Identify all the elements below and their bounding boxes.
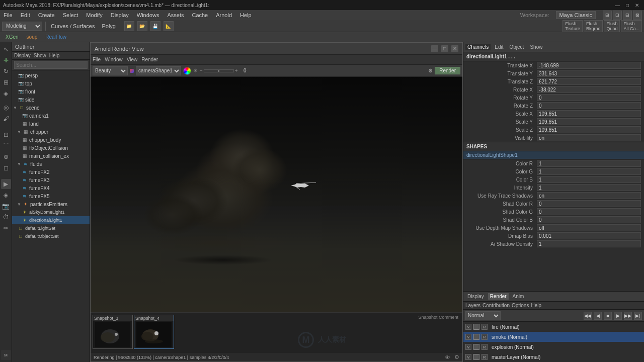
snapshot-3[interactable]: Snapshot_3 [93, 315, 133, 349]
outliner-item-defaultobjset[interactable]: □ defaultObjectSet [12, 232, 90, 240]
flush-texture-btn[interactable]: FlushTexture [562, 20, 583, 32]
attr-value-ry[interactable]: 0 [537, 94, 641, 101]
outliner-item-land[interactable]: ▦ land [12, 120, 90, 128]
attr-value-colb[interactable]: 1 [537, 176, 641, 183]
attr-value-raytrace[interactable]: on [537, 192, 641, 199]
tab-edit[interactable]: Edit [493, 44, 505, 50]
layer-fire-vis2[interactable]: R [481, 324, 488, 330]
menu-arnold[interactable]: Arnold [214, 12, 233, 18]
curves-surfaces-btn[interactable]: Curves / Surfaces [49, 23, 97, 29]
attr-row-sx[interactable]: Scale X 109.651 [463, 110, 644, 118]
layout-btn-1[interactable]: ⊞ [603, 11, 612, 20]
layout-btn-3[interactable]: ⊟ [623, 11, 632, 20]
attr-value-intensity[interactable]: 1 [537, 184, 641, 191]
attr-value-colr[interactable]: 1 [537, 160, 641, 167]
snapshot-4[interactable]: Snapshot_4 [134, 315, 174, 349]
color-wheel[interactable] [183, 67, 191, 75]
attr-row-colb[interactable]: Color B 1 [463, 175, 644, 184]
attr-value-rx[interactable]: -38.022 [537, 86, 641, 93]
eye-icon[interactable]: 👁 [445, 354, 450, 360]
outliner-item-dirlight[interactable]: ☀ directionalLight1 [12, 216, 90, 224]
arv-minimize-btn[interactable]: — [431, 45, 438, 52]
mode-dropdown[interactable]: Modeling [2, 22, 42, 31]
attr-row-sz[interactable]: Scale Z 109.651 [463, 126, 644, 134]
menu-modify[interactable]: Modify [85, 12, 104, 18]
outliner-item-fumefx5[interactable]: ≋ fumeFX5 [12, 192, 90, 200]
render-layer-btn-3[interactable]: ■ [604, 312, 612, 320]
layout-btn-2[interactable]: ⊡ [613, 11, 622, 20]
render-icon-btn[interactable]: ▶ [1, 179, 11, 189]
outliner-item-top[interactable]: 📷 top [12, 79, 90, 87]
outliner-item-chopper-body[interactable]: ▦ chopper_body [12, 136, 90, 144]
layer-smoke[interactable]: V R smoke (Normal) [463, 332, 644, 342]
attr-row-colg[interactable]: Color G 1 [463, 167, 644, 175]
menu-file[interactable]: File [2, 12, 14, 18]
exposure-plus[interactable]: + [235, 68, 238, 73]
tab-anim[interactable]: Anim [511, 293, 526, 300]
outliner-item-chopper[interactable]: ▼ ▦ chopper [12, 128, 90, 136]
outliner-item-front[interactable]: 📷 front [12, 87, 90, 96]
arv-menu-render[interactable]: Render [141, 57, 158, 62]
layer-master-vis[interactable]: V [465, 354, 471, 360]
arv-canvas[interactable] [91, 77, 462, 312]
outliner-item-persp[interactable]: 📷 persp [12, 71, 90, 79]
layer-explosion[interactable]: V R explosion (Normal) [463, 342, 644, 352]
snap-grid[interactable]: ⊡ [1, 130, 11, 140]
attr-row-ty[interactable]: Translate Y 331.643 [463, 69, 644, 77]
maximize-btn[interactable]: □ [624, 3, 631, 8]
menu-edit[interactable]: Edit [19, 12, 32, 18]
history-icon-btn[interactable]: ⏱ [1, 212, 11, 222]
menu-create[interactable]: Create [37, 12, 56, 18]
tab-xgen[interactable]: XGen [2, 33, 22, 41]
outliner-item-ffx[interactable]: ▦ ffxObjectCollision [12, 144, 90, 152]
shelf-icon-4[interactable]: 📐 [164, 21, 174, 31]
layout-btn-4[interactable]: ⊠ [633, 11, 642, 20]
move-tool[interactable]: ✛ [1, 55, 11, 65]
workspace-current[interactable]: Maya Classic [556, 11, 596, 19]
close-btn[interactable]: ✕ [633, 3, 641, 8]
subtab-help[interactable]: Help [531, 303, 541, 308]
minimize-btn[interactable]: — [613, 3, 622, 8]
shelf-icon-3[interactable]: 💾 [150, 21, 160, 31]
layer-fire-vis[interactable]: V [465, 324, 471, 330]
menu-select[interactable]: Select [61, 12, 80, 18]
arv-render-btn[interactable]: Render [435, 67, 460, 74]
outliner-item-side[interactable]: 📷 side [12, 96, 90, 104]
snap-surface[interactable]: ◻ [1, 163, 11, 173]
render-settings-btn[interactable]: ⚙ [428, 68, 433, 73]
tab-render-active[interactable]: Render [488, 293, 509, 300]
render-layer-btn-4[interactable]: ▶ [614, 312, 622, 320]
outliner-show-menu[interactable]: Show [34, 53, 46, 58]
tab-realflow[interactable]: RealFlow [42, 33, 70, 41]
attr-row-shadcolr[interactable]: Shad Color R 0 [463, 200, 644, 208]
outliner-item-scene[interactable]: ▼ □ scene [12, 104, 90, 112]
attr-row-tx[interactable]: Translate X -148.699 [463, 61, 644, 69]
settings-icon-small[interactable]: ⚙ [454, 354, 459, 360]
arv-close-btn[interactable]: ✕ [451, 45, 458, 52]
outliner-display-menu[interactable]: Display [14, 53, 31, 58]
select-tool[interactable]: ↖ [1, 44, 11, 54]
layer-smoke-vis2[interactable]: R [481, 334, 488, 340]
arv-menu-file[interactable]: File [93, 57, 101, 62]
polygon-btn[interactable]: Polyg [100, 23, 118, 29]
blend-mode-dropdown[interactable]: Normal [465, 311, 501, 320]
layer-master[interactable]: V R masterLayer (Normal) [463, 352, 644, 362]
search-input[interactable] [14, 61, 88, 69]
scale-tool[interactable]: ⊞ [1, 77, 11, 87]
tab-object[interactable]: Object [508, 44, 526, 50]
universal-tool[interactable]: ◈ [1, 88, 11, 99]
ipr-icon-btn[interactable]: ◈ [1, 190, 11, 200]
menu-assets[interactable]: Assets [166, 12, 185, 18]
tab-channels[interactable]: Channels [465, 44, 491, 50]
render-layer-btn-2[interactable]: ◀ [594, 312, 602, 320]
attr-value-shadcolr[interactable]: 0 [537, 200, 641, 207]
attr-value-tz[interactable]: 621.772 [537, 78, 641, 85]
camera-dropdown[interactable]: cameraShape1 [136, 66, 181, 75]
soft-select[interactable]: ◎ [1, 103, 11, 113]
attr-value-aishadow[interactable]: 1 [537, 240, 641, 247]
attr-value-tx[interactable]: -148.699 [537, 62, 641, 69]
attr-value-depthmapshadow[interactable]: off [537, 224, 641, 231]
layer-explosion-vis2[interactable]: R [481, 344, 488, 350]
flush-quad-btn[interactable]: FlushQuad [604, 20, 620, 32]
subtab-layers[interactable]: Layers [465, 303, 480, 308]
